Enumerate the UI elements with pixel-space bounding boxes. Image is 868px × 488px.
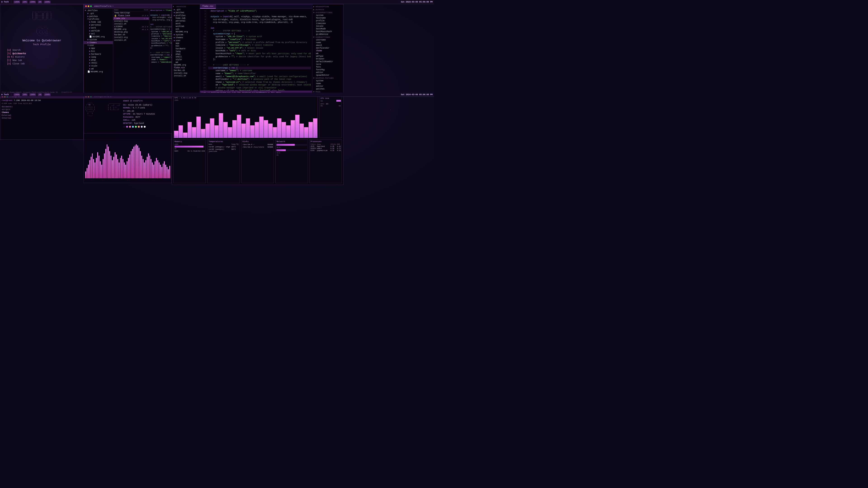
outline-system[interactable]: system: [312, 14, 343, 17]
eft-patches[interactable]: ▶patches: [172, 11, 200, 14]
outline-tz[interactable]: timezone: [312, 22, 343, 25]
eft-hardensh[interactable]: harden.sh: [172, 69, 200, 72]
outline-hostname[interactable]: hostname: [312, 17, 343, 20]
eft-wsl[interactable]: wsl: [172, 28, 200, 31]
tree-readme-main[interactable]: 📄README.org: [84, 70, 113, 73]
outline-profile[interactable]: profile: [312, 20, 343, 22]
outline-spawnedit[interactable]: spawnEditor: [312, 74, 343, 76]
tree-wm[interactable]: ▶wm: [84, 67, 113, 70]
eft-installsh[interactable]: install.sh: [172, 74, 200, 77]
eft-shell[interactable]: shell: [172, 56, 200, 58]
file-item-install3[interactable]: install.sh: [113, 39, 149, 41]
tree-worklab[interactable]: ▶worklab: [84, 29, 113, 32]
tree-app[interactable]: ▶app: [84, 47, 113, 50]
tree-user[interactable]: ▼user: [84, 44, 113, 47]
tree-homelab[interactable]: ▶home lab: [84, 21, 113, 24]
outline-email[interactable]: email: [312, 44, 343, 47]
eft-git[interactable]: ▶.git: [172, 8, 200, 11]
eft-user[interactable]: ▶user: [172, 39, 200, 42]
eft-installog[interactable]: install.log: [172, 72, 200, 74]
nav-newtab[interactable]: [t] New tab: [7, 59, 76, 62]
wm-min[interactable]: [88, 5, 89, 7]
nav-history[interactable]: [S h] History: [7, 55, 76, 59]
viz-bar-segment: [144, 162, 145, 178]
file-item-license[interactable]: LICENSE34.2 K: [113, 25, 149, 28]
file-item-readme[interactable]: README.org40.4 K: [113, 28, 149, 31]
outline-editor[interactable]: editor: [312, 71, 343, 74]
file-item-harden[interactable]: harden.sh: [113, 33, 149, 36]
outline-theme[interactable]: theme: [312, 50, 343, 52]
file-tree[interactable]: ▼.dotfiles ▶.git ▶patches ▼profiles ▶hom…: [84, 8, 113, 94]
outline-fontpkg[interactable]: fontPkg: [312, 68, 343, 71]
tree-readme-profiles[interactable]: 📄README.org: [84, 35, 113, 38]
file-item-flakelock[interactable]: 🔒 flake.lock27.5 K: [113, 14, 149, 17]
tree-themes[interactable]: ▶themes: [84, 41, 113, 44]
eft-bin[interactable]: bin: [172, 45, 200, 47]
eft-hardware[interactable]: hardware: [172, 47, 200, 50]
eft-personal[interactable]: personal: [172, 20, 200, 22]
eft-lang[interactable]: lang: [172, 50, 200, 53]
outline-defaultroam[interactable]: defaultRoamDir: [312, 60, 343, 63]
file-item-desktop[interactable]: desktop.png: [113, 31, 149, 33]
eft-system[interactable]: ▶system: [172, 33, 200, 36]
outline-nix-editor[interactable]: editor: [312, 85, 343, 88]
outline-wmtype[interactable]: wmType: [312, 55, 343, 58]
outline-username[interactable]: username: [312, 39, 343, 41]
file-item-install2[interactable]: install.org: [113, 36, 149, 39]
file-item-installsh[interactable]: install.sh: [113, 23, 149, 25]
eft-flakenix[interactable]: flake.nix: [172, 66, 200, 69]
outline-bootmp[interactable]: bootMountPath: [312, 30, 343, 33]
eft-app[interactable]: app: [172, 42, 200, 45]
tree-patches[interactable]: ▶patches: [84, 15, 113, 18]
outline-wm[interactable]: wm: [312, 52, 343, 55]
outline-bootmode[interactable]: bootMode: [312, 28, 343, 30]
temp-edge-val: 49°C: [231, 146, 239, 148]
tree-lang[interactable]: ▶lang: [84, 56, 113, 59]
tree-shell[interactable]: ▶shell: [84, 61, 113, 64]
eft-readme[interactable]: README.org: [172, 64, 200, 66]
editor-filetree[interactable]: ▼ .dotfiles ▶.git ▶patches ▶profiles hom…: [172, 4, 200, 94]
outline-grub[interactable]: grubDevice: [312, 33, 343, 36]
nav-search[interactable]: [o] Search: [7, 48, 76, 52]
tree-style[interactable]: ▶style: [84, 64, 113, 67]
eft-pkgs[interactable]: pkgs: [172, 53, 200, 56]
file-item-installog[interactable]: install.log: [113, 20, 149, 23]
tab-flakenix[interactable]: flake.nix: [200, 4, 216, 8]
eft-readme-p[interactable]: README.org: [172, 31, 200, 33]
tree-wsl[interactable]: ▶wsl: [84, 32, 113, 35]
tree-system[interactable]: ▶system: [84, 38, 113, 41]
outline-term[interactable]: term: [312, 63, 343, 66]
wm-max[interactable]: [90, 5, 92, 7]
outline-nix-sys[interactable]: system: [312, 79, 343, 82]
outline-nix-name[interactable]: name: [312, 82, 343, 85]
outline-browser[interactable]: browser: [312, 58, 343, 60]
outline-locale[interactable]: locale: [312, 25, 343, 28]
tree-bin[interactable]: ▶bin: [84, 50, 113, 53]
outline-name[interactable]: name: [312, 41, 343, 44]
eft-worklab[interactable]: worklab: [172, 25, 200, 28]
eft-profiles[interactable]: ▶profiles: [172, 14, 200, 17]
tree-profiles[interactable]: ▼profiles: [84, 18, 113, 21]
tree-git[interactable]: ▶.git: [84, 12, 113, 15]
editor-content[interactable]: 12345 678910 1112131415 1617181920 21222…: [200, 9, 312, 91]
eft-themes[interactable]: ▶themes: [172, 36, 200, 39]
tree-pkgs[interactable]: ▶pkgs: [84, 59, 113, 61]
eft-work[interactable]: work: [172, 22, 200, 25]
viz-bar-segment: [100, 161, 101, 178]
code-editor-body[interactable]: description = "Flake of LibrePhoenix"; o…: [207, 9, 312, 91]
eft-homelab[interactable]: home.lab: [172, 17, 200, 20]
outline-dotfilesdir[interactable]: dotfilesDir: [312, 47, 343, 50]
wm-close[interactable]: [85, 5, 87, 7]
tree-dotfiles[interactable]: ▼.dotfiles: [84, 9, 113, 12]
tree-personal[interactable]: ▶personal: [84, 24, 113, 26]
file-item-flakenix[interactable]: flake.nix2.2K: [113, 17, 149, 20]
outline-nix-patches[interactable]: patches: [312, 88, 343, 90]
nav-quickmarks[interactable]: [b] Quickmarks: [7, 52, 76, 55]
tree-work[interactable]: ▶work: [84, 26, 113, 29]
outline-font[interactable]: font: [312, 66, 343, 68]
eft-wm[interactable]: wm: [172, 61, 200, 64]
file-item-temp[interactable]: Temp-Settings: [113, 11, 149, 14]
eft-style[interactable]: style: [172, 58, 200, 61]
tree-hardware[interactable]: ▶hardware: [84, 53, 113, 56]
nav-closetab[interactable]: [x] Close tab: [7, 62, 76, 66]
